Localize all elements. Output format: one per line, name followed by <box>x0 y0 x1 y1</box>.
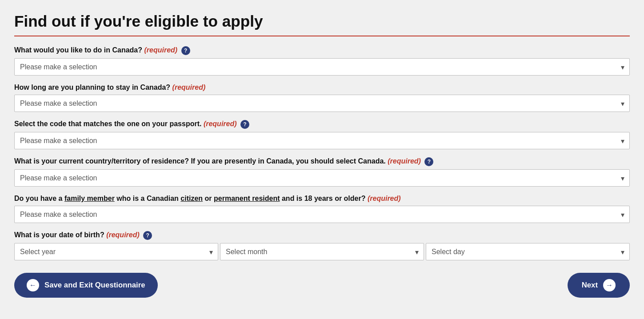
next-button[interactable]: Next → <box>568 273 630 298</box>
family-member-link[interactable]: family member <box>64 195 115 202</box>
select-wrapper-day: Select day <box>426 243 630 260</box>
next-right-arrow-icon: → <box>606 281 613 289</box>
question-label-family: Do you have a family member who is a Can… <box>14 195 630 203</box>
select-wrapper-3: Please make a selection <box>14 132 630 149</box>
required-badge-1: (required) <box>144 46 177 54</box>
select-wrapper-4: Please make a selection <box>14 169 630 187</box>
question-label-1: What would you like to do in Canada? (re… <box>14 46 630 55</box>
question-label-2: How long are you planning to stay in Can… <box>14 84 630 92</box>
save-arrow-circle: ← <box>27 279 39 291</box>
help-icon-3[interactable]: ? <box>240 120 249 129</box>
question-block-dob: What is your date of birth? (required) ?… <box>14 231 630 260</box>
required-badge-family: (required) <box>368 195 401 202</box>
save-left-arrow-icon: ← <box>29 281 36 289</box>
select-passport-code[interactable]: Please make a selection <box>14 132 630 149</box>
citizen-link[interactable]: citizen <box>180 195 203 202</box>
select-wrapper-1: Please make a selection <box>14 58 630 76</box>
select-canada-activity[interactable]: Please make a selection <box>14 58 630 76</box>
question-label-dob: What is your date of birth? (required) ? <box>14 231 630 240</box>
question-block-1: What would you like to do in Canada? (re… <box>14 46 630 76</box>
page-title: Find out if you're eligible to apply <box>14 12 630 30</box>
footer: ← Save and Exit Questionnaire Next → <box>14 273 630 298</box>
title-divider <box>14 36 630 36</box>
select-wrapper-2: Please make a selection <box>14 95 630 112</box>
select-wrapper-month: Select month <box>220 243 424 260</box>
required-badge-3: (required) <box>204 120 237 128</box>
select-month[interactable]: Select month <box>220 243 424 260</box>
help-icon-4[interactable]: ? <box>424 157 433 166</box>
help-icon-1[interactable]: ? <box>181 46 190 55</box>
permanent-resident-link[interactable]: permanent resident <box>214 195 280 202</box>
question-block-2: How long are you planning to stay in Can… <box>14 84 630 112</box>
select-day[interactable]: Select day <box>426 243 630 260</box>
question-label-3: Select the code that matches the one on … <box>14 120 630 129</box>
help-icon-dob[interactable]: ? <box>143 231 152 240</box>
dob-row: Select year Select month Select day <box>14 243 630 260</box>
question-label-4: What is your current country/territory o… <box>14 157 630 166</box>
next-arrow-circle: → <box>603 279 616 291</box>
question-block-3: Select the code that matches the one on … <box>14 120 630 149</box>
question-block-4: What is your current country/territory o… <box>14 157 630 187</box>
select-country-residence[interactable]: Please make a selection <box>14 169 630 187</box>
select-stay-duration[interactable]: Please make a selection <box>14 95 630 112</box>
save-exit-button[interactable]: ← Save and Exit Questionnaire <box>14 273 158 298</box>
required-badge-2: (required) <box>172 84 206 91</box>
required-badge-dob: (required) <box>106 231 140 239</box>
select-year[interactable]: Select year <box>14 243 218 260</box>
question-block-family: Do you have a family member who is a Can… <box>14 195 630 223</box>
select-family-member[interactable]: Please make a selection <box>14 206 630 223</box>
select-wrapper-year: Select year <box>14 243 218 260</box>
required-badge-4: (required) <box>388 157 421 165</box>
select-wrapper-family: Please make a selection <box>14 206 630 223</box>
